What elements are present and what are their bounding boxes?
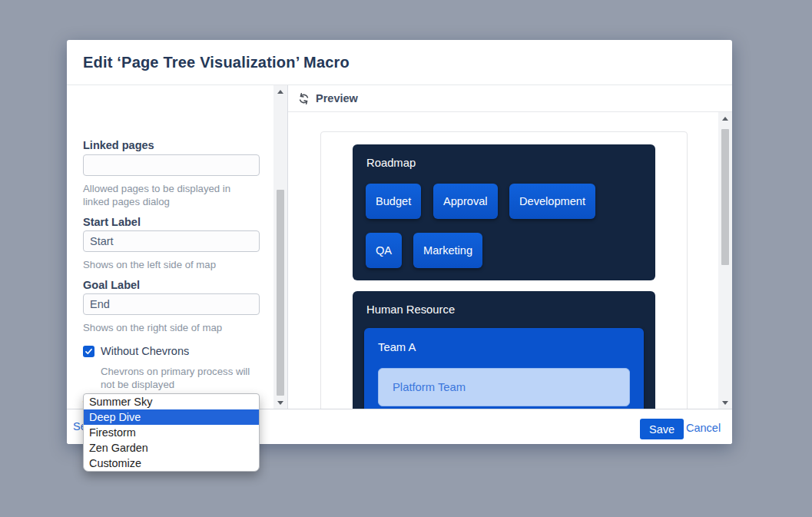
cancel-button[interactable]: Cancel bbox=[686, 422, 721, 434]
theme-option-summer-sky[interactable]: Summer Sky bbox=[84, 394, 259, 409]
theme-option-deep-dive[interactable]: Deep Dive bbox=[84, 409, 259, 425]
scroll-down-button[interactable] bbox=[273, 396, 287, 409]
linked-pages-label: Linked pages bbox=[83, 139, 154, 151]
settings-panel: Linked pages Allowed pages to be display… bbox=[67, 85, 288, 409]
checkmark-icon bbox=[85, 347, 93, 356]
node-team-a: Team A Platform Team bbox=[364, 328, 644, 409]
preview-card-human-resource: Human Resource Team A Platform Team bbox=[353, 291, 655, 409]
preview-content: Roadmap Budget Approval Development QA M… bbox=[288, 112, 718, 409]
refresh-icon[interactable] bbox=[298, 93, 310, 104]
goal-label-label: Goal Label bbox=[83, 279, 140, 291]
goal-label-input[interactable] bbox=[83, 293, 260, 315]
preview-scrollbar-thumb[interactable] bbox=[721, 129, 729, 265]
theme-option-firestorm[interactable]: Firestorm bbox=[84, 425, 259, 440]
node-approval: Approval bbox=[433, 184, 498, 219]
scroll-down-button[interactable] bbox=[718, 396, 732, 409]
dialog-title: Edit ‘Page Tree Visualization’ Macro bbox=[83, 54, 350, 71]
theme-option-zen-garden[interactable]: Zen Garden bbox=[84, 440, 259, 456]
start-label-input[interactable] bbox=[83, 230, 260, 252]
preview-scrollbar[interactable] bbox=[718, 112, 732, 409]
scroll-up-button[interactable] bbox=[718, 112, 732, 124]
theme-dropdown-list: Summer Sky Deep Dive Firestorm Zen Garde… bbox=[83, 393, 260, 472]
linked-pages-input[interactable] bbox=[83, 154, 260, 176]
form-scrollbar[interactable] bbox=[273, 85, 287, 409]
preview-canvas: Roadmap Budget Approval Development QA M… bbox=[320, 131, 688, 409]
triangle-down-icon bbox=[277, 401, 283, 405]
save-button[interactable]: Save bbox=[640, 419, 684, 439]
node-budget: Budget bbox=[366, 184, 421, 219]
scroll-up-button[interactable] bbox=[273, 85, 287, 98]
card-title: Human Resource bbox=[366, 303, 455, 316]
preview-title: Preview bbox=[316, 92, 358, 104]
linked-pages-help: Allowed pages to be displayed in linked … bbox=[83, 182, 254, 208]
node-marketing: Marketing bbox=[413, 233, 482, 268]
triangle-up-icon bbox=[722, 117, 728, 121]
without-chevrons-checkbox[interactable] bbox=[83, 346, 94, 357]
triangle-up-icon bbox=[277, 90, 283, 94]
preview-header: Preview bbox=[288, 85, 732, 112]
goal-label-help: Shows on the right side of map bbox=[83, 321, 254, 334]
team-title: Team A bbox=[378, 341, 416, 353]
screen-backdrop: Edit ‘Page Tree Visualization’ Macro Lin… bbox=[0, 0, 812, 517]
theme-option-customize[interactable]: Customize bbox=[84, 456, 259, 471]
node-platform-team: Platform Team bbox=[378, 368, 630, 406]
without-chevrons-help: Chevrons on primary process will not be … bbox=[101, 365, 254, 391]
start-label-label: Start Label bbox=[83, 216, 141, 228]
node-qa: QA bbox=[366, 233, 402, 268]
dialog-header: Edit ‘Page Tree Visualization’ Macro bbox=[67, 40, 732, 85]
without-chevrons-label: Without Chevrons bbox=[101, 345, 189, 357]
without-chevrons-row: Without Chevrons bbox=[83, 345, 189, 357]
preview-panel: Preview Roadmap Budget Approval Developm… bbox=[288, 85, 732, 409]
triangle-down-icon bbox=[722, 401, 728, 405]
macro-edit-dialog: Edit ‘Page Tree Visualization’ Macro Lin… bbox=[67, 40, 732, 444]
preview-card-roadmap: Roadmap Budget Approval Development QA M… bbox=[353, 144, 655, 280]
card-title: Roadmap bbox=[366, 157, 416, 169]
node-development: Development bbox=[509, 184, 595, 219]
form-scrollbar-thumb[interactable] bbox=[277, 190, 284, 396]
start-label-help: Shows on the left side of map bbox=[83, 258, 254, 271]
